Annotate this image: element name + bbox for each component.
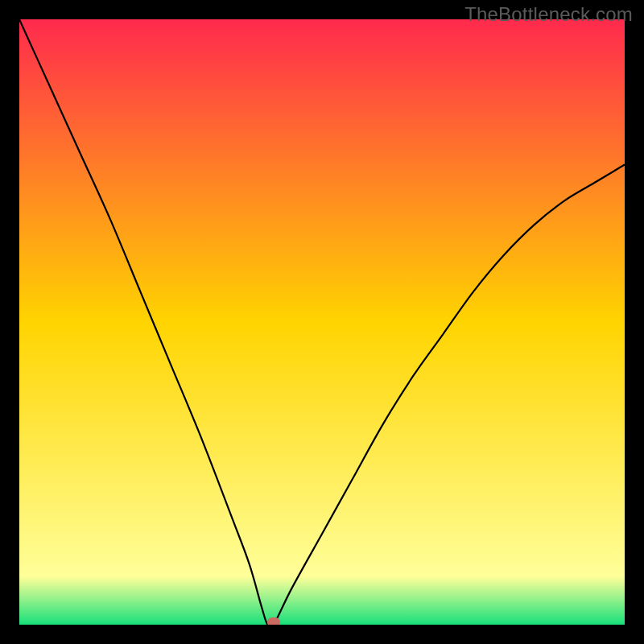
plot-area <box>19 19 625 625</box>
bottleneck-curve <box>19 19 625 625</box>
optimum-marker-icon <box>267 617 280 625</box>
chart-container: TheBottleneck.com <box>0 0 644 644</box>
watermark-text: TheBottleneck.com <box>464 3 633 26</box>
